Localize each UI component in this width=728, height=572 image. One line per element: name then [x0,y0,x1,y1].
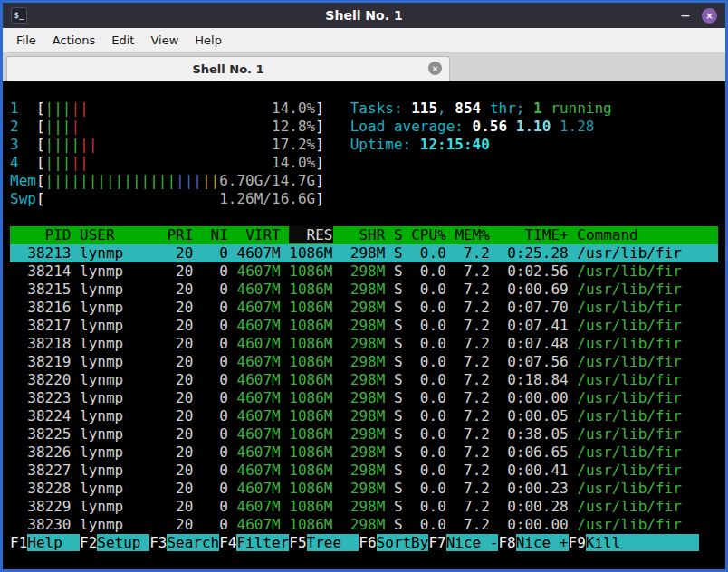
cell-res: 1086M [289,425,332,443]
process-row[interactable]: 38218 lynmp 20 0 4607M 1086M 298M S 0.0 … [10,335,718,353]
gap [446,299,455,316]
cell-shr: 298M [341,462,385,479]
meter-value: 6.70G/14.7G [219,172,315,189]
gap [446,262,455,280]
menu-actions[interactable]: Actions [44,30,104,51]
gap [333,335,342,352]
cell-time: 0:02.56 [499,262,569,280]
process-row[interactable]: 38230 lynmp 20 0 4607M 1086M 298M S 0.0 … [10,516,718,534]
fnkey-f3[interactable]: F3Search [149,534,219,551]
header-shr[interactable]: SHR [341,226,385,243]
cell-state: S [394,299,403,316]
header-virt[interactable]: VIRT [237,226,281,243]
cell-virt: 4607M [237,480,281,497]
cell-res: 1086M [289,262,332,280]
fnkey-f7[interactable]: F7Nice - [428,534,498,551]
cell-cpu: 0.0 [411,498,446,515]
process-row[interactable]: 38225 lynmp 20 0 4607M 1086M 298M S 0.0 … [10,425,718,443]
header-res[interactable]: RES [289,226,332,243]
header-gap [71,226,80,243]
gap [281,244,290,262]
minimize-button[interactable]: − [680,8,691,23]
cell-shr: 298M [341,244,385,262]
gap [158,353,168,370]
gap [490,480,499,497]
fnkey-f2[interactable]: F2Setup [80,534,149,551]
gap [193,425,202,443]
process-row[interactable]: 38226 lynmp 20 0 4607M 1086M 298M S 0.0 … [10,443,718,462]
fnkey-f8[interactable]: F8Nice + [498,534,568,551]
cell-ni: 0 [202,281,228,298]
fnkey-label: F3 [149,534,167,551]
process-row[interactable]: 38213 lynmp 20 0 4607M 1086M 298M S 0.0 … [10,244,718,262]
process-row[interactable]: 38228 lynmp 20 0 4607M 1086M 298M S 0.0 … [10,480,718,498]
gap [403,389,412,406]
header-time[interactable]: TIME+ [499,226,569,243]
header-pid[interactable]: PID [27,226,71,243]
gap [281,462,290,479]
load-average-part: Load average: [350,118,473,135]
close-button[interactable]: × [702,8,717,24]
gap [490,498,499,515]
menu-edit[interactable]: Edit [103,30,142,51]
cell-ni: 0 [202,371,228,388]
cell-res: 1086M [289,498,332,515]
header-cpu[interactable]: CPU% [411,226,446,243]
fnkey-f5[interactable]: F5Tree [289,534,359,551]
meter-bracket: ] [315,190,324,207]
cell-pid: 38226 [27,443,71,461]
process-row[interactable]: 38214 lynmp 20 0 4607M 1086M 298M S 0.0 … [10,262,718,281]
process-row[interactable]: 38219 lynmp 20 0 4607M 1086M 298M S 0.0 … [10,353,718,371]
gap [71,335,80,352]
gap [158,425,168,443]
titlebar[interactable]: $_ Shell No. 1 − × [3,3,725,28]
header-user[interactable]: USER [80,226,158,243]
row-lead [10,281,27,298]
fnkey-f4[interactable]: F4Filter [219,534,289,551]
uptime: Uptime: 12:15:40 [350,136,490,153]
fnkey-f9[interactable]: F9Kill [569,534,638,551]
cell-ni: 0 [202,498,228,515]
meter-label: Swp [10,190,36,207]
header-command[interactable]: Command [577,226,637,243]
header-s[interactable]: S [394,226,403,243]
fnkey-action: SortBy [377,534,429,551]
tab-shell[interactable]: Shell No. 1 × [6,56,450,81]
terminal-screen[interactable]: 1 [||||| 14.0%] Tasks: 115, 854 thr; 1 r… [3,81,725,569]
gap [385,262,394,280]
process-row[interactable]: 38216 lynmp 20 0 4607M 1086M 298M S 0.0 … [10,299,718,317]
meter-value: 14.0% [272,154,315,171]
header-mem[interactable]: MEM% [455,226,490,243]
gap [71,371,80,388]
gap [228,480,237,497]
cell-pri: 20 [167,389,193,406]
process-row[interactable]: 38215 lynmp 20 0 4607M 1086M 298M S 0.0 … [10,281,718,299]
menu-help[interactable]: Help [187,30,230,51]
process-row[interactable]: 38220 lynmp 20 0 4607M 1086M 298M S 0.0 … [10,371,718,389]
terminal-window: $_ Shell No. 1 − × FileActionsEditViewHe… [0,0,728,572]
menu-view[interactable]: View [142,30,187,51]
cell-command: /usr/lib/fir [577,335,682,352]
cell-shr: 298M [341,498,385,515]
cell-user: lynmp [80,281,158,298]
process-row[interactable]: 38223 lynmp 20 0 4607M 1086M 298M S 0.0 … [10,389,718,407]
gap [446,281,455,298]
fnkey-f1[interactable]: F1Help [10,534,80,551]
process-row[interactable]: 38229 lynmp 20 0 4607M 1086M 298M S 0.0 … [10,498,718,516]
cell-state: S [394,425,403,443]
meter-value: 12.8% [272,118,315,135]
process-row[interactable]: 38217 lynmp 20 0 4607M 1086M 298M S 0.0 … [10,317,718,335]
gap [281,516,290,533]
tab-close-icon[interactable]: × [428,62,442,75]
cell-state: S [394,462,403,479]
process-row[interactable]: 38224 lynmp 20 0 4607M 1086M 298M S 0.0 … [10,407,718,425]
meter-bars: | [71,118,80,135]
fnbar-filler [638,534,699,551]
menu-file[interactable]: File [8,30,44,51]
tasks-summary-part: thr; [481,100,533,117]
fnkey-f6[interactable]: F6SortBy [359,534,428,551]
process-row[interactable]: 38227 lynmp 20 0 4607M 1086M 298M S 0.0 … [10,462,718,480]
header-pri[interactable]: PRI [167,226,193,243]
cell-pid: 38218 [27,335,71,352]
header-ni[interactable]: NI [202,226,228,243]
